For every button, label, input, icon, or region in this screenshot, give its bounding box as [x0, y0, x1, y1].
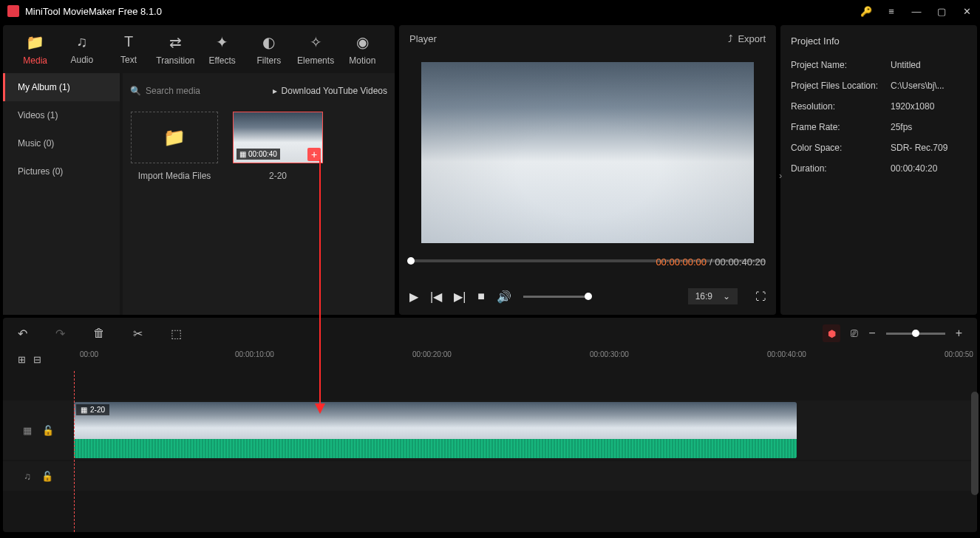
- sidebar-item-music[interactable]: Music (0): [3, 129, 120, 157]
- timeline-clip[interactable]: ▦2-20: [74, 402, 797, 458]
- playhead[interactable]: [74, 370, 75, 532]
- split-button[interactable]: ✂: [133, 327, 143, 341]
- tab-elements[interactable]: ✧Elements: [293, 33, 339, 66]
- media-panel: 📁Media ♫Audio TText ⇄Transition ✦Effects…: [3, 25, 395, 315]
- sidebar-item-videos[interactable]: Videos (1): [3, 101, 120, 129]
- close-icon[interactable]: ✕: [961, 5, 973, 17]
- play-button[interactable]: ▶: [409, 290, 418, 304]
- preview-video[interactable]: [421, 62, 754, 243]
- minimize-icon[interactable]: —: [911, 5, 922, 17]
- tab-audio[interactable]: ♫Audio: [58, 33, 105, 65]
- youtube-icon: ▸: [273, 86, 277, 96]
- remove-track-button[interactable]: ⊟: [33, 354, 41, 365]
- timeline: ↶ ↷ 🗑 ✂ ⬚ ⬢ ⎚ − + ⊞ ⊟ 00:00 00:00:10:00 …: [3, 318, 977, 532]
- annotation-arrow: [319, 160, 321, 412]
- fit-button[interactable]: ⎚: [851, 327, 858, 340]
- tab-text[interactable]: TText: [106, 33, 152, 65]
- tab-media[interactable]: 📁Media: [12, 33, 58, 66]
- download-youtube-button[interactable]: ▸ Download YouTube Videos: [273, 86, 387, 96]
- folder-icon: 📁: [163, 127, 186, 148]
- app-logo-icon: [7, 5, 19, 17]
- audio-track[interactable]: ♫ 🔓: [3, 461, 977, 491]
- search-icon: 🔍: [130, 86, 141, 96]
- media-sidebar: My Album (1) Videos (1) Music (0) Pictur…: [3, 73, 120, 315]
- video-track[interactable]: ▦ 🔓 ▦2-20: [3, 401, 977, 460]
- volume-icon[interactable]: 🔊: [497, 290, 511, 304]
- search-media[interactable]: 🔍 Search media: [130, 86, 200, 96]
- media-clip-thumbnail[interactable]: ▦00:00:40 +: [233, 112, 323, 163]
- redo-button[interactable]: ↷: [55, 327, 65, 341]
- maximize-icon[interactable]: ▢: [936, 5, 947, 17]
- crop-button[interactable]: ⬚: [171, 327, 182, 341]
- add-track-button[interactable]: ⊞: [18, 354, 26, 365]
- tab-effects[interactable]: ✦Effects: [199, 33, 245, 66]
- player-panel: Player ⤴ Export 00:00:00:00 / 00:00:40:2…: [399, 25, 776, 315]
- lock-icon[interactable]: 🔓: [41, 471, 53, 482]
- lock-icon[interactable]: 🔓: [42, 425, 54, 436]
- titlebar: MiniTool MovieMaker Free 8.1.0 🔑 ≡ — ▢ ✕: [0, 0, 980, 22]
- prev-frame-button[interactable]: |◀: [430, 290, 442, 304]
- tab-transition[interactable]: ⇄Transition: [152, 33, 199, 66]
- player-title: Player: [409, 33, 437, 44]
- project-info-title: Project Info: [791, 35, 967, 47]
- sidebar-item-album[interactable]: My Album (1): [3, 73, 120, 101]
- audio-track-icon: ♫: [24, 471, 31, 482]
- film-icon: ▦: [239, 150, 246, 158]
- main-tabbar: 📁Media ♫Audio TText ⇄Transition ✦Effects…: [3, 25, 395, 73]
- app-title: MiniTool MovieMaker Free 8.1.0: [25, 6, 860, 17]
- current-time: 00:00:00:00: [656, 256, 707, 268]
- project-info-panel: › Project Info Project Name:Untitled Pro…: [780, 25, 977, 315]
- export-button[interactable]: ⤴ Export: [728, 33, 766, 44]
- audio-waveform: [74, 439, 797, 458]
- delete-button[interactable]: 🗑: [93, 327, 105, 340]
- stop-button[interactable]: ■: [477, 290, 485, 303]
- next-frame-button[interactable]: ▶|: [454, 290, 466, 304]
- import-media-button[interactable]: 📁: [131, 112, 218, 163]
- sidebar-item-pictures[interactable]: Pictures (0): [3, 157, 120, 185]
- undo-button[interactable]: ↶: [18, 327, 27, 341]
- zoom-out-button[interactable]: −: [868, 327, 875, 340]
- import-label: Import Media Files: [138, 171, 211, 181]
- fullscreen-button[interactable]: ⛶: [755, 290, 766, 302]
- zoom-in-button[interactable]: +: [956, 327, 962, 340]
- aspect-dropdown[interactable]: 16:9⌄: [688, 288, 738, 304]
- film-icon: ▦: [81, 406, 87, 414]
- timeline-ruler[interactable]: ⊞ ⊟ 00:00 00:00:10:00 00:00:20:00 00:00:…: [3, 349, 977, 370]
- video-track-icon: ▦: [23, 425, 32, 436]
- zoom-slider[interactable]: [886, 333, 945, 335]
- tab-filters[interactable]: ◐Filters: [245, 33, 292, 66]
- menu-icon[interactable]: ≡: [885, 5, 897, 17]
- tab-motion[interactable]: ◉Motion: [339, 33, 386, 66]
- snap-button[interactable]: ⬢: [823, 324, 840, 342]
- license-key-icon[interactable]: 🔑: [860, 5, 872, 17]
- vertical-scrollbar[interactable]: [971, 392, 979, 495]
- clip-name: 2-20: [269, 171, 287, 181]
- volume-slider[interactable]: [523, 296, 590, 298]
- export-icon: ⤴: [728, 33, 733, 44]
- chevron-down-icon: ⌄: [723, 291, 730, 302]
- collapse-panel-icon[interactable]: ›: [779, 170, 782, 181]
